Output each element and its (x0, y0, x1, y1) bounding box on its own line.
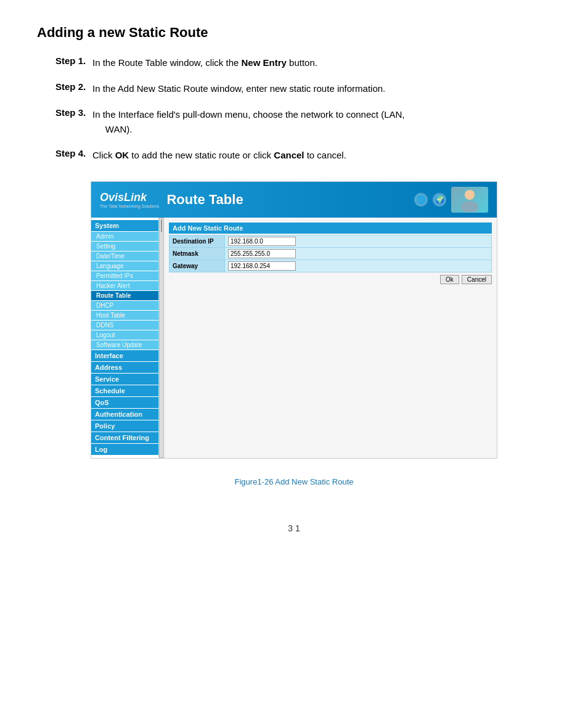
router-sidebar: System Admin Setting Date/Time Language … (91, 218, 159, 458)
step3-block: Step 3. In the Interface field's pull-do… (37, 107, 551, 137)
svg-point-0 (465, 190, 475, 200)
form-row-netmask: Netmask (169, 248, 492, 260)
sidebar-item-logout[interactable]: Logout (91, 330, 158, 340)
sidebar-section-interface: Interface (91, 350, 158, 361)
sidebar-item-admin[interactable]: Admin (91, 232, 158, 241)
gateway-input[interactable] (228, 261, 296, 271)
sidebar-item-setting[interactable]: Setting (91, 242, 158, 251)
step3-label: Step 3. (55, 107, 92, 118)
sidebar-section-auth: Authentication (91, 409, 158, 420)
router-screenshot: OvisLink The Total Networking Solutions … (91, 181, 497, 459)
router-page-title: Route Table (166, 192, 243, 208)
step3-text: In the Interface field's pull-down menu,… (92, 107, 404, 137)
sidebar-section-policy: Policy (91, 420, 158, 432)
sidebar-wrapper: System Admin Setting Date/Time Language … (91, 218, 164, 458)
router-logo: OvisLink The Total Networking Solutions (100, 191, 159, 208)
sidebar-item-software-update[interactable]: Software Update (91, 340, 158, 350)
sidebar-item-permitted-ips[interactable]: Permitted IPs (91, 271, 158, 280)
destination-ip-label: Destination IP (169, 235, 225, 248)
sidebar-item-language[interactable]: Language (91, 261, 158, 271)
logo-ovislink: OvisLink (100, 191, 159, 204)
sidebar-item-datetime[interactable]: Date/Time (91, 252, 158, 261)
figure-container: OvisLink The Total Networking Solutions … (91, 181, 497, 486)
step2-text: In the Add New Static Route window, ente… (92, 81, 385, 96)
cancel-button[interactable]: Cancel (462, 275, 492, 284)
router-body: System Admin Setting Date/Time Language … (91, 218, 497, 458)
network-icon: 🌍 (433, 193, 446, 207)
person-image (451, 187, 488, 213)
sidebar-item-ddns[interactable]: DDNS (91, 321, 158, 330)
sidebar-item-dhcp[interactable]: DHCP (91, 301, 158, 310)
form-row-gateway: Gateway (169, 260, 492, 272)
step1-block: Step 1. In the Route Table window, click… (37, 55, 551, 70)
sidebar-item-route-table[interactable]: Route Table (91, 291, 158, 300)
figure-caption: Figure1-26 Add New Static Route (91, 477, 497, 486)
step1-label: Step 1. (55, 55, 92, 66)
step2-block: Step 2. In the Add New Static Route wind… (37, 81, 551, 96)
ok-button[interactable]: Ok (440, 275, 459, 284)
netmask-input[interactable] (228, 249, 296, 258)
step2-label: Step 2. (55, 81, 92, 92)
sidebar-section-service: Service (91, 374, 158, 385)
step4-label: Step 4. (55, 148, 92, 158)
step4-block: Step 4. Click OK to add the new static r… (37, 148, 551, 163)
router-main-content: Add New Static Route Destination IP Netm… (164, 218, 497, 458)
gateway-cell (225, 260, 492, 272)
form-button-row: Ok Cancel (169, 275, 492, 284)
page-heading: Adding a new Static Route (37, 25, 551, 41)
sidebar-item-host-table[interactable]: Host Table (91, 311, 158, 320)
form-table: Destination IP Netmask Gateway (169, 235, 492, 272)
page-number: 3 1 (37, 523, 551, 533)
gateway-label: Gateway (169, 260, 225, 272)
netmask-cell (225, 248, 492, 260)
sidebar-item-hacker-alert[interactable]: Hacker Alert (91, 281, 158, 290)
sidebar-section-log: Log (91, 444, 158, 455)
step4-text: Click OK to add the new static route or … (92, 148, 346, 163)
step1-text: In the Route Table window, click the New… (92, 55, 317, 70)
sidebar-section-schedule: Schedule (91, 385, 158, 396)
globe-icon: 🌐 (414, 193, 428, 207)
destination-ip-cell (225, 235, 492, 248)
router-header-icons: 🌐 🌍 (414, 187, 488, 213)
form-section-title: Add New Static Route (169, 223, 492, 234)
logo-tagline: The Total Networking Solutions (100, 204, 159, 208)
form-row-destination-ip: Destination IP (169, 235, 492, 248)
sidebar-section-system: System (91, 220, 158, 231)
sidebar-scrollbar[interactable] (159, 218, 164, 458)
sidebar-section-address: Address (91, 362, 158, 373)
sidebar-section-content-filter: Content Filtering (91, 432, 158, 443)
destination-ip-input[interactable] (228, 237, 296, 246)
svg-point-1 (461, 201, 478, 212)
router-header: OvisLink The Total Networking Solutions … (91, 182, 497, 218)
netmask-label: Netmask (169, 248, 225, 260)
sidebar-section-qos: QoS (91, 397, 158, 408)
